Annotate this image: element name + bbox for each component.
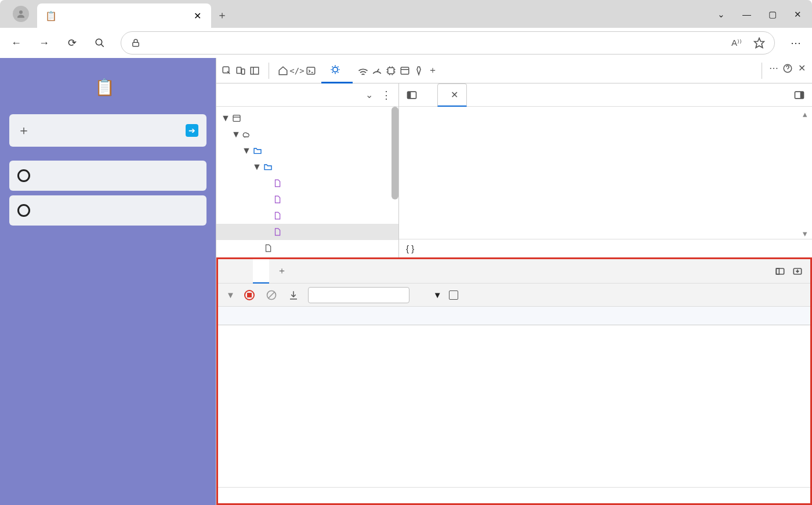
content-scripts-checkbox[interactable] [449, 290, 458, 300]
application-tab-icon[interactable] [399, 65, 411, 77]
elements-tab-icon[interactable]: </> [291, 65, 303, 77]
file-tab-to-do-styles[interactable]: ✕ [437, 83, 467, 107]
chevron-down-icon[interactable]: ⌄ [365, 89, 373, 100]
welcome-tab-icon[interactable] [277, 65, 289, 77]
window-titlebar: 📋 ✕ ＋ ⌄ ― ▢ ✕ [0, 0, 812, 28]
task-checkbox-icon[interactable] [17, 169, 30, 182]
svg-point-11 [333, 67, 338, 72]
table-header[interactable] [218, 307, 810, 325]
add-tab-icon[interactable]: ＋ [427, 65, 438, 77]
device-toggle-icon[interactable] [235, 65, 246, 77]
favorite-icon[interactable] [753, 37, 765, 49]
inspect-icon[interactable] [221, 65, 233, 77]
devtools-more-icon[interactable]: ⋯ [768, 63, 780, 74]
file-tree[interactable]: ▼ ▼ ▼ ▼ [216, 107, 398, 257]
tree-node-folder[interactable]: ▼ [216, 143, 398, 159]
close-window-button[interactable]: ✕ [794, 9, 802, 20]
line-gutter [399, 107, 434, 239]
tree-file[interactable] [216, 191, 398, 208]
svg-rect-14 [401, 67, 409, 74]
drawer-add-tab-icon[interactable]: ＋ [269, 259, 295, 284]
performance-tab-icon[interactable] [371, 65, 383, 77]
record-button[interactable] [242, 288, 257, 303]
memory-tab-icon[interactable] [385, 65, 397, 77]
code-editor[interactable]: ▴ ▾ [399, 107, 812, 239]
task-item[interactable] [9, 195, 206, 226]
expand-drawer-icon[interactable] [774, 266, 786, 277]
svg-rect-24 [776, 268, 779, 274]
coverage-summary [218, 487, 810, 503]
svg-rect-10 [307, 67, 315, 74]
dock-drawer-icon[interactable] [792, 266, 803, 277]
panel-toggle-icon[interactable] [249, 65, 260, 77]
svg-rect-20 [408, 92, 411, 99]
clipboard-icon: 📋 [95, 78, 115, 97]
lighthouse-tab-icon[interactable] [413, 65, 425, 77]
scrollbar[interactable] [392, 107, 398, 199]
sources-tab[interactable] [321, 58, 353, 83]
svg-point-0 [19, 10, 23, 14]
scroll-down-icon[interactable]: ▾ [803, 228, 811, 237]
svg-rect-22 [800, 92, 804, 99]
browser-toolbar: ← → ⟳ A⁾⁾ ⋯ [0, 28, 812, 58]
more-menu-button[interactable]: ⋯ [784, 31, 807, 55]
braces-icon[interactable]: { } [406, 244, 414, 253]
coverage-granularity-select[interactable]: ▼ [224, 290, 235, 300]
read-aloud-icon[interactable]: A⁾⁾ [731, 38, 742, 48]
coverage-toolbar: ▼ ▼ [218, 284, 810, 307]
debugger-toggle-icon[interactable] [790, 86, 809, 104]
tree-more-icon[interactable]: ⋮ [381, 89, 392, 101]
tab-favicon-icon: 📋 [45, 10, 56, 21]
svg-line-2 [101, 44, 104, 47]
scroll-up-icon[interactable]: ▴ [803, 109, 811, 117]
devtools-tabstrip: </> ＋ ⋯ ✕ [216, 58, 812, 83]
task-item[interactable] [9, 161, 206, 191]
svg-marker-4 [755, 38, 764, 48]
search-icon[interactable] [88, 31, 111, 55]
coverage-table[interactable] [218, 307, 810, 487]
new-tab-button[interactable]: ＋ [217, 8, 227, 22]
close-icon[interactable]: ✕ [451, 89, 458, 100]
chevron-down-icon[interactable]: ⌄ [717, 9, 725, 20]
file-tab-dark-theme[interactable] [421, 83, 437, 107]
drawer-tab-issues[interactable] [237, 259, 253, 284]
svg-point-1 [96, 39, 102, 45]
forward-button[interactable]: → [32, 31, 56, 55]
tree-node-top[interactable]: ▼ [216, 110, 398, 126]
tree-node-styles[interactable]: ▼ [216, 159, 398, 175]
tab-close-icon[interactable]: ✕ [194, 10, 203, 21]
code-content [438, 107, 812, 239]
tree-file-selected[interactable] [216, 224, 398, 240]
clear-button[interactable] [264, 288, 279, 303]
drawer-tab-coverage[interactable] [253, 259, 269, 284]
back-button[interactable]: ← [5, 31, 28, 55]
devtools-close-icon[interactable]: ✕ [796, 63, 807, 74]
drawer-tab-console[interactable] [220, 259, 237, 284]
tree-file[interactable] [216, 208, 398, 224]
network-tab-icon[interactable] [357, 65, 369, 77]
add-task-input[interactable]: ＋ ➔ [9, 114, 206, 147]
profile-icon[interactable] [13, 6, 29, 22]
submit-task-button[interactable]: ➔ [186, 124, 198, 137]
svg-line-12 [377, 68, 379, 71]
type-filter-select[interactable]: ▼ [416, 290, 442, 300]
minimize-button[interactable]: ― [742, 9, 751, 20]
tree-node-origin[interactable]: ▼ [216, 126, 398, 143]
export-button[interactable] [286, 288, 301, 303]
help-icon[interactable] [782, 63, 793, 74]
svg-line-27 [269, 292, 274, 298]
tree-file[interactable] [216, 240, 398, 256]
url-filter-input[interactable] [308, 287, 409, 303]
page-tree-panel: ⌄ ⋮ ▼ ▼ ▼ ▼ [216, 83, 399, 257]
navigator-toggle-icon[interactable] [403, 86, 421, 104]
browser-tab[interactable]: 📋 ✕ [37, 3, 211, 28]
maximize-button[interactable]: ▢ [768, 9, 777, 20]
lock-icon [130, 38, 141, 48]
tree-file[interactable] [216, 175, 398, 191]
task-checkbox-icon[interactable] [17, 204, 30, 217]
svg-rect-13 [388, 67, 394, 74]
todo-app-page: 📋 ＋ ➔ [0, 58, 216, 505]
console-tab-icon[interactable] [305, 65, 317, 77]
address-bar[interactable]: A⁾⁾ [121, 31, 775, 55]
refresh-button[interactable]: ⟳ [60, 31, 84, 55]
